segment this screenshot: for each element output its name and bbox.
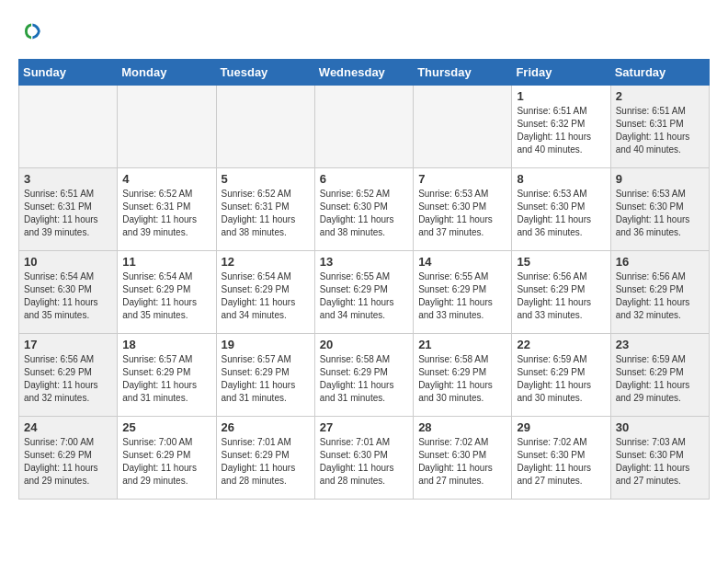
- calendar-cell: 3Sunrise: 6:51 AM Sunset: 6:31 PM Daylig…: [19, 168, 118, 251]
- logo-icon: [18, 18, 44, 44]
- calendar-cell: 22Sunrise: 6:59 AM Sunset: 6:29 PM Dayli…: [512, 334, 610, 417]
- day-info: Sunrise: 7:01 AM Sunset: 6:29 PM Dayligh…: [222, 436, 310, 488]
- calendar-cell: 5Sunrise: 6:52 AM Sunset: 6:31 PM Daylig…: [216, 168, 314, 251]
- day-number: 7: [418, 172, 506, 186]
- calendar-cell: 18Sunrise: 6:57 AM Sunset: 6:29 PM Dayli…: [118, 334, 216, 417]
- weekday-header: Sunday: [19, 60, 118, 86]
- day-info: Sunrise: 7:03 AM Sunset: 6:30 PM Dayligh…: [616, 436, 704, 488]
- day-info: Sunrise: 6:52 AM Sunset: 6:31 PM Dayligh…: [122, 188, 210, 239]
- day-number: 9: [616, 172, 704, 186]
- calendar-cell: 19Sunrise: 6:57 AM Sunset: 6:29 PM Dayli…: [216, 334, 314, 417]
- day-number: 11: [122, 255, 210, 269]
- day-number: 5: [222, 172, 310, 186]
- day-number: 18: [122, 338, 210, 351]
- calendar-cell: 24Sunrise: 7:00 AM Sunset: 6:29 PM Dayli…: [19, 417, 118, 500]
- day-info: Sunrise: 7:01 AM Sunset: 6:30 PM Dayligh…: [320, 436, 408, 488]
- calendar-cell: 14Sunrise: 6:55 AM Sunset: 6:29 PM Dayli…: [414, 251, 512, 334]
- day-number: 26: [222, 420, 310, 434]
- calendar-cell: 13Sunrise: 6:55 AM Sunset: 6:29 PM Dayli…: [314, 251, 413, 334]
- day-number: 1: [517, 89, 605, 103]
- day-info: Sunrise: 6:54 AM Sunset: 6:29 PM Dayligh…: [222, 270, 310, 322]
- day-info: Sunrise: 6:51 AM Sunset: 6:32 PM Dayligh…: [517, 105, 605, 156]
- day-info: Sunrise: 6:58 AM Sunset: 6:29 PM Dayligh…: [320, 353, 408, 405]
- day-number: 25: [122, 420, 210, 434]
- calendar-cell: [118, 86, 216, 168]
- day-number: 22: [517, 338, 605, 351]
- calendar-week-row: 17Sunrise: 6:56 AM Sunset: 6:29 PM Dayli…: [19, 334, 710, 417]
- day-number: 13: [320, 255, 408, 269]
- calendar-cell: 7Sunrise: 6:53 AM Sunset: 6:30 PM Daylig…: [414, 168, 512, 251]
- calendar-cell: 16Sunrise: 6:56 AM Sunset: 6:29 PM Dayli…: [610, 251, 709, 334]
- day-number: 12: [222, 255, 310, 269]
- calendar-table: SundayMondayTuesdayWednesdayThursdayFrid…: [18, 59, 710, 500]
- weekday-header: Monday: [118, 60, 216, 86]
- day-info: Sunrise: 6:59 AM Sunset: 6:29 PM Dayligh…: [517, 353, 605, 405]
- calendar-cell: 23Sunrise: 6:59 AM Sunset: 6:29 PM Dayli…: [610, 334, 709, 417]
- calendar-cell: 15Sunrise: 6:56 AM Sunset: 6:29 PM Dayli…: [512, 251, 610, 334]
- calendar-cell: 29Sunrise: 7:02 AM Sunset: 6:30 PM Dayli…: [512, 417, 610, 500]
- weekday-header: Wednesday: [314, 60, 413, 86]
- weekday-header: Tuesday: [216, 60, 314, 86]
- day-number: 21: [418, 338, 506, 351]
- day-info: Sunrise: 6:51 AM Sunset: 6:31 PM Dayligh…: [24, 188, 112, 239]
- day-number: 20: [320, 338, 408, 351]
- calendar-cell: 25Sunrise: 7:00 AM Sunset: 6:29 PM Dayli…: [118, 417, 216, 500]
- day-number: 4: [122, 172, 210, 186]
- calendar-cell: 30Sunrise: 7:03 AM Sunset: 6:30 PM Dayli…: [610, 417, 709, 500]
- day-info: Sunrise: 6:55 AM Sunset: 6:29 PM Dayligh…: [320, 270, 408, 322]
- day-info: Sunrise: 6:56 AM Sunset: 6:29 PM Dayligh…: [24, 353, 112, 405]
- day-number: 10: [24, 255, 112, 269]
- weekday-header: Friday: [512, 60, 610, 86]
- calendar-week-row: 10Sunrise: 6:54 AM Sunset: 6:30 PM Dayli…: [19, 251, 710, 334]
- day-info: Sunrise: 6:58 AM Sunset: 6:29 PM Dayligh…: [418, 353, 506, 405]
- calendar-cell: 21Sunrise: 6:58 AM Sunset: 6:29 PM Dayli…: [414, 334, 512, 417]
- weekday-header: Thursday: [414, 60, 512, 86]
- day-info: Sunrise: 6:59 AM Sunset: 6:29 PM Dayligh…: [616, 353, 704, 405]
- day-info: Sunrise: 6:53 AM Sunset: 6:30 PM Dayligh…: [616, 188, 704, 239]
- calendar-cell: 1Sunrise: 6:51 AM Sunset: 6:32 PM Daylig…: [512, 86, 610, 168]
- day-info: Sunrise: 7:00 AM Sunset: 6:29 PM Dayligh…: [122, 436, 210, 488]
- calendar-week-row: 3Sunrise: 6:51 AM Sunset: 6:31 PM Daylig…: [19, 168, 710, 251]
- calendar-cell: 4Sunrise: 6:52 AM Sunset: 6:31 PM Daylig…: [118, 168, 216, 251]
- day-info: Sunrise: 6:54 AM Sunset: 6:30 PM Dayligh…: [24, 270, 112, 322]
- day-info: Sunrise: 7:00 AM Sunset: 6:29 PM Dayligh…: [24, 436, 112, 488]
- calendar-cell: 2Sunrise: 6:51 AM Sunset: 6:31 PM Daylig…: [610, 86, 709, 168]
- calendar-cell: 10Sunrise: 6:54 AM Sunset: 6:30 PM Dayli…: [19, 251, 118, 334]
- calendar-cell: 9Sunrise: 6:53 AM Sunset: 6:30 PM Daylig…: [610, 168, 709, 251]
- day-info: Sunrise: 6:54 AM Sunset: 6:29 PM Dayligh…: [122, 270, 210, 322]
- day-number: 3: [24, 172, 112, 186]
- day-info: Sunrise: 6:51 AM Sunset: 6:31 PM Dayligh…: [616, 105, 704, 156]
- calendar-cell: [414, 86, 512, 168]
- logo: [18, 18, 48, 44]
- day-info: Sunrise: 6:56 AM Sunset: 6:29 PM Dayligh…: [616, 270, 704, 322]
- day-number: 6: [320, 172, 408, 186]
- calendar-week-row: 1Sunrise: 6:51 AM Sunset: 6:32 PM Daylig…: [19, 86, 710, 168]
- calendar-cell: 28Sunrise: 7:02 AM Sunset: 6:30 PM Dayli…: [414, 417, 512, 500]
- day-info: Sunrise: 6:52 AM Sunset: 6:30 PM Dayligh…: [320, 188, 408, 239]
- day-number: 29: [517, 420, 605, 434]
- calendar-cell: 17Sunrise: 6:56 AM Sunset: 6:29 PM Dayli…: [19, 334, 118, 417]
- calendar-cell: [19, 86, 118, 168]
- calendar-cell: 11Sunrise: 6:54 AM Sunset: 6:29 PM Dayli…: [118, 251, 216, 334]
- day-number: 24: [24, 420, 112, 434]
- day-number: 8: [517, 172, 605, 186]
- calendar-week-row: 24Sunrise: 7:00 AM Sunset: 6:29 PM Dayli…: [19, 417, 710, 500]
- day-number: 28: [418, 420, 506, 434]
- calendar-cell: 12Sunrise: 6:54 AM Sunset: 6:29 PM Dayli…: [216, 251, 314, 334]
- day-number: 16: [616, 255, 704, 269]
- day-info: Sunrise: 6:57 AM Sunset: 6:29 PM Dayligh…: [222, 353, 310, 405]
- day-number: 30: [616, 420, 704, 434]
- calendar-cell: 20Sunrise: 6:58 AM Sunset: 6:29 PM Dayli…: [314, 334, 413, 417]
- calendar-cell: [216, 86, 314, 168]
- calendar-cell: 6Sunrise: 6:52 AM Sunset: 6:30 PM Daylig…: [314, 168, 413, 251]
- day-number: 15: [517, 255, 605, 269]
- day-info: Sunrise: 6:55 AM Sunset: 6:29 PM Dayligh…: [418, 270, 506, 322]
- day-info: Sunrise: 6:52 AM Sunset: 6:31 PM Dayligh…: [222, 188, 310, 239]
- calendar-cell: 27Sunrise: 7:01 AM Sunset: 6:30 PM Dayli…: [314, 417, 413, 500]
- day-info: Sunrise: 7:02 AM Sunset: 6:30 PM Dayligh…: [418, 436, 506, 488]
- calendar-header-row: SundayMondayTuesdayWednesdayThursdayFrid…: [19, 60, 710, 86]
- day-info: Sunrise: 6:53 AM Sunset: 6:30 PM Dayligh…: [517, 188, 605, 239]
- day-info: Sunrise: 6:53 AM Sunset: 6:30 PM Dayligh…: [418, 188, 506, 239]
- day-number: 14: [418, 255, 506, 269]
- page-header: [18, 18, 710, 44]
